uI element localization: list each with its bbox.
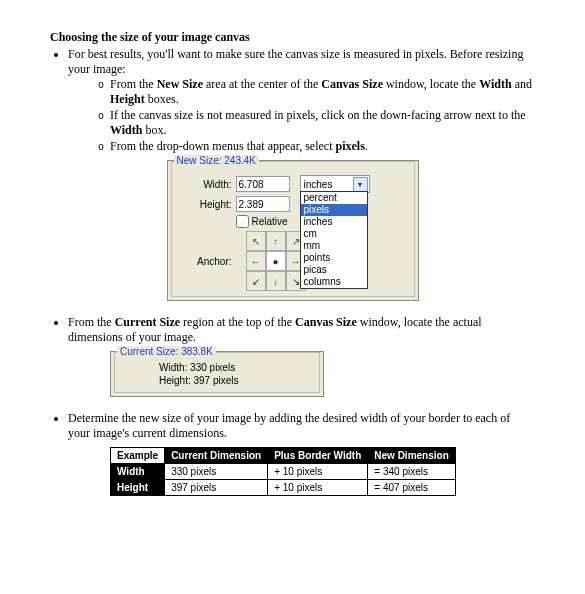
option-pixels[interactable]: pixels [301, 204, 367, 216]
option-mm[interactable]: mm [301, 240, 367, 252]
width-input[interactable] [236, 176, 290, 192]
current-height: Height: 397 pixels [159, 375, 317, 386]
intro-bullet: For best results, you'll want to make su… [68, 47, 535, 154]
width-unit-select[interactable]: inches ▼ percent pixels inches cm mm poi… [300, 175, 370, 193]
height-input[interactable] [236, 196, 290, 212]
sub-item-1: From the New Size area at the center of … [98, 77, 535, 107]
table-row: Width 330 pixels + 10 pixels = 340 pixel… [111, 464, 456, 480]
th-example: Example [111, 448, 165, 464]
new-size-legend: New Size: 243.4K [174, 155, 260, 166]
option-inches[interactable]: inches [301, 216, 367, 228]
option-points[interactable]: points [301, 252, 367, 264]
option-cm[interactable]: cm [301, 228, 367, 240]
th-border: Plus Border Width [268, 448, 368, 464]
current-width: Width: 330 pixels [159, 362, 317, 373]
current-size-legend: Current Size: 383.8K [117, 346, 216, 357]
anchor-grid[interactable]: ↖↑↗ ←●→ ↙↓↘ [246, 231, 306, 291]
anchor-label: Anchor: [174, 256, 236, 267]
relative-checkbox[interactable] [236, 215, 249, 228]
anchor-sw[interactable]: ↙ [246, 271, 266, 291]
unit-dropdown[interactable]: percent pixels inches cm mm points picas… [300, 191, 368, 289]
dimension-table: Example Current Dimension Plus Border Wi… [110, 447, 456, 496]
anchor-n[interactable]: ↑ [266, 231, 286, 251]
table-row: Height 397 pixels + 10 pixels = 407 pixe… [111, 480, 456, 496]
chevron-down-icon[interactable]: ▼ [353, 177, 368, 192]
anchor-s[interactable]: ↓ [266, 271, 286, 291]
height-label: Height: [174, 199, 236, 210]
anchor-w[interactable]: ← [246, 251, 266, 271]
th-new: New Dimension [368, 448, 455, 464]
width-label: Width: [174, 179, 236, 190]
anchor-nw[interactable]: ↖ [246, 231, 266, 251]
relative-label: Relative [252, 216, 288, 227]
option-percent[interactable]: percent [301, 192, 367, 204]
determine-bullet: Determine the new size of your image by … [68, 411, 535, 441]
option-picas[interactable]: picas [301, 264, 367, 276]
new-size-panel: New Size: 243.4K Width: inches ▼ percent… [167, 160, 419, 301]
option-columns[interactable]: columns [301, 276, 367, 288]
sub-item-2: If the canvas size is not measured in pi… [98, 108, 535, 138]
th-current: Current Dimension [165, 448, 268, 464]
section-heading: Choosing the size of your image canvas [50, 30, 535, 45]
sub-item-3: From the drop-down menus that appear, se… [98, 139, 535, 154]
current-size-panel: Current Size: 383.8K Width: 330 pixels H… [110, 351, 324, 397]
current-size-bullet: From the Current Size region at the top … [68, 315, 535, 345]
anchor-c[interactable]: ● [266, 251, 286, 271]
